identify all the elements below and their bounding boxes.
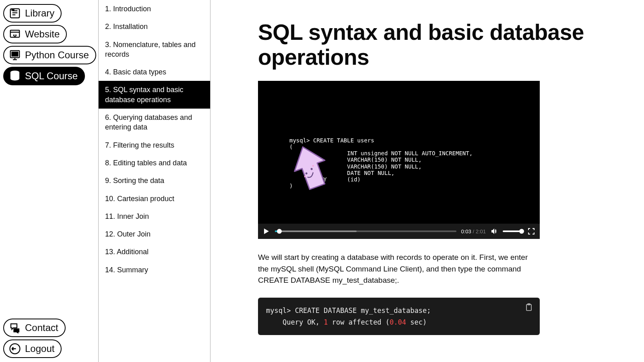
seek-bar[interactable] (275, 230, 456, 232)
svg-point-2 (14, 35, 14, 36)
nav-website[interactable]: Website (3, 25, 67, 43)
toc-item-14[interactable]: 14. Summary (99, 261, 210, 279)
svg-rect-5 (12, 52, 18, 56)
term-line: mysql> CREATE TABLE users (289, 137, 540, 144)
nav-label: Logout (25, 343, 54, 354)
code-num: 0.04 (390, 318, 406, 326)
svg-rect-1 (10, 30, 20, 37)
nav-logout[interactable]: Logout (3, 339, 62, 358)
code-line: sec) (406, 318, 427, 326)
copy-icon[interactable] (525, 303, 533, 311)
desktop-icon (9, 49, 21, 61)
video-controls: 0:03 / 2:01 (258, 224, 540, 239)
toc-item-6[interactable]: 6. Querying databases and entering data (99, 109, 210, 136)
fullscreen-icon[interactable] (528, 228, 535, 235)
toc-item-13[interactable]: 13. Additional (99, 243, 210, 261)
code-line: mysql> CREATE DATABASE my_test_database; (266, 306, 431, 315)
lesson-toc: 1. Introduction 2. Installation 3. Nomen… (98, 0, 211, 362)
toc-item-4[interactable]: 4. Basic data types (99, 63, 210, 81)
video-frame: mysql> CREATE TABLE users ( id INT unsig… (258, 81, 540, 224)
nav-label: Website (25, 29, 60, 40)
toc-item-12[interactable]: 12. Outer Join (99, 225, 210, 243)
code-line: Query OK, (266, 318, 324, 326)
chat-icon (9, 322, 21, 334)
nav-python-course[interactable]: Python Course (3, 46, 96, 64)
primary-nav: Library Website Python Course SQL Course (0, 0, 98, 362)
toc-item-3[interactable]: 3. Nomenclature, tables and records (99, 36, 210, 64)
buffer-bar (275, 230, 357, 232)
nav-label: Python Course (25, 49, 89, 61)
code-line: row affected ( (328, 318, 390, 326)
time-display: 0:03 / 2:01 (461, 228, 486, 234)
nav-label: Contact (25, 322, 58, 333)
svg-point-3 (16, 35, 17, 36)
database-icon (9, 70, 21, 82)
logout-icon (9, 343, 21, 355)
toc-item-7[interactable]: 7. Filtering the results (99, 136, 210, 154)
nav-label: Library (25, 8, 54, 19)
lesson-paragraph: We will start by creating a database wit… (258, 252, 540, 286)
volume-slider[interactable] (503, 230, 523, 232)
play-button[interactable] (263, 228, 270, 235)
nav-bottom-group: Contact Logout (3, 319, 95, 358)
volume-icon[interactable] (491, 228, 498, 235)
code-num: 1 (324, 318, 328, 326)
code-block: mysql> CREATE DATABASE my_test_database;… (258, 298, 540, 335)
toc-item-5[interactable]: 5. SQL syntax and basic database operati… (99, 81, 210, 109)
nav-top-group: Library Website Python Course SQL Course (3, 4, 95, 85)
nav-contact[interactable]: Contact (3, 319, 66, 337)
nav-label: SQL Course (25, 70, 78, 82)
term-line: ( (289, 144, 540, 150)
lesson-content: SQL syntax and basic database operations… (211, 0, 644, 362)
toc-item-1[interactable]: 1. Introduction (99, 0, 210, 18)
seek-knob[interactable] (277, 229, 282, 234)
nav-sql-course[interactable]: SQL Course (3, 67, 85, 85)
toc-item-10[interactable]: 10. Cartesian product (99, 190, 210, 208)
video-player[interactable]: mysql> CREATE TABLE users ( id INT unsig… (258, 81, 540, 239)
toc-item-9[interactable]: 9. Sorting the data (99, 172, 210, 189)
toc-item-2[interactable]: 2. Installation (99, 18, 210, 35)
current-time: 0:03 (461, 228, 471, 234)
page-title: SQL syntax and basic database operations (258, 20, 612, 70)
volume-knob[interactable] (519, 229, 524, 234)
svg-rect-12 (526, 304, 531, 311)
toc-item-11[interactable]: 11. Inner Join (99, 208, 210, 225)
nav-library[interactable]: Library (3, 4, 62, 23)
duration: 2:01 (476, 228, 486, 234)
toc-item-8[interactable]: 8. Editing tables and data (99, 154, 210, 172)
website-icon (9, 28, 21, 40)
library-icon (9, 7, 21, 19)
